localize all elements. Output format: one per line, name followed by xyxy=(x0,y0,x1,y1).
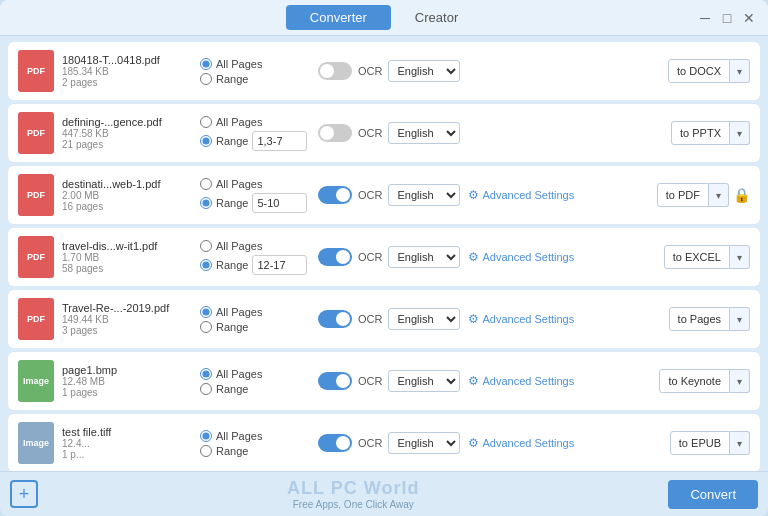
advanced-settings-label: Advanced Settings xyxy=(482,251,574,263)
range-radio[interactable] xyxy=(200,383,212,395)
ocr-toggle[interactable] xyxy=(318,186,352,204)
range-option[interactable]: Range xyxy=(200,445,310,457)
maximize-button[interactable]: □ xyxy=(720,11,734,25)
file-size: 12.48 MB xyxy=(62,376,192,387)
range-option[interactable]: Range xyxy=(200,73,310,85)
ocr-label: OCR xyxy=(358,189,382,201)
language-select[interactable]: English xyxy=(388,246,460,268)
language-select[interactable]: English xyxy=(388,122,460,144)
format-dropdown-arrow[interactable]: ▾ xyxy=(730,121,750,145)
ocr-section: OCREnglish xyxy=(318,184,460,206)
all-pages-radio[interactable] xyxy=(200,116,212,128)
title-bar-controls: ─ □ ✕ xyxy=(698,11,756,25)
add-file-button[interactable]: + xyxy=(10,480,38,508)
ocr-toggle[interactable] xyxy=(318,62,352,80)
page-options: All PagesRange xyxy=(200,58,310,85)
advanced-settings-button[interactable]: ⚙Advanced Settings xyxy=(468,374,574,388)
range-radio[interactable] xyxy=(200,197,212,209)
all-pages-option[interactable]: All Pages xyxy=(200,116,310,128)
file-name: defining-...gence.pdf xyxy=(62,116,192,128)
lock-icon: 🔒 xyxy=(733,187,750,203)
file-name: destinati...web-1.pdf xyxy=(62,178,192,190)
language-select[interactable]: English xyxy=(388,370,460,392)
all-pages-radio[interactable] xyxy=(200,240,212,252)
bottom-bar: + ALL PC World Free Apps, One Click Away… xyxy=(0,471,768,516)
all-pages-option[interactable]: All Pages xyxy=(200,240,310,252)
toggle-knob xyxy=(336,312,350,326)
language-select[interactable]: English xyxy=(388,184,460,206)
minimize-button[interactable]: ─ xyxy=(698,11,712,25)
convert-button[interactable]: Convert xyxy=(668,480,758,509)
file-name: Travel-Re-...-2019.pdf xyxy=(62,302,192,314)
ocr-label: OCR xyxy=(358,313,382,325)
range-option[interactable]: Range xyxy=(200,193,310,213)
all-pages-option[interactable]: All Pages xyxy=(200,430,310,442)
title-bar: Converter Creator ─ □ ✕ xyxy=(0,0,768,36)
range-input[interactable] xyxy=(252,255,307,275)
range-radio[interactable] xyxy=(200,73,212,85)
range-option[interactable]: Range xyxy=(200,255,310,275)
file-type-icon: PDF xyxy=(18,298,54,340)
format-dropdown-arrow[interactable]: ▾ xyxy=(709,183,729,207)
format-label: to DOCX xyxy=(668,59,730,83)
file-type-icon: PDF xyxy=(18,112,54,154)
language-select[interactable]: English xyxy=(388,308,460,330)
all-pages-option[interactable]: All Pages xyxy=(200,306,310,318)
format-container: to PPTX▾ xyxy=(671,121,750,145)
language-select[interactable]: English xyxy=(388,432,460,454)
range-radio[interactable] xyxy=(200,445,212,457)
ocr-toggle[interactable] xyxy=(318,434,352,452)
format-dropdown-arrow[interactable]: ▾ xyxy=(730,369,750,393)
all-pages-radio[interactable] xyxy=(200,368,212,380)
all-pages-option[interactable]: All Pages xyxy=(200,58,310,70)
format-dropdown-arrow[interactable]: ▾ xyxy=(730,307,750,331)
range-input[interactable] xyxy=(252,193,307,213)
all-pages-radio[interactable] xyxy=(200,306,212,318)
all-pages-radio[interactable] xyxy=(200,430,212,442)
format-dropdown-arrow[interactable]: ▾ xyxy=(730,59,750,83)
range-radio[interactable] xyxy=(200,321,212,333)
toggle-knob xyxy=(336,374,350,388)
ocr-toggle[interactable] xyxy=(318,372,352,390)
advanced-settings-button[interactable]: ⚙Advanced Settings xyxy=(468,312,574,326)
file-list: PDF180418-T...0418.pdf185.34 KB2 pagesAl… xyxy=(0,36,768,471)
format-dropdown-arrow[interactable]: ▾ xyxy=(730,245,750,269)
range-option[interactable]: Range xyxy=(200,131,310,151)
file-type-icon: Image xyxy=(18,360,54,402)
ocr-section: OCREnglish xyxy=(318,60,460,82)
file-pages: 58 pages xyxy=(62,263,192,274)
advanced-settings-button[interactable]: ⚙Advanced Settings xyxy=(468,436,574,450)
toggle-knob xyxy=(320,64,334,78)
file-pages: 1 p... xyxy=(62,449,192,460)
ocr-toggle[interactable] xyxy=(318,124,352,142)
range-radio[interactable] xyxy=(200,259,212,271)
language-select[interactable]: English xyxy=(388,60,460,82)
file-name: page1.bmp xyxy=(62,364,192,376)
ocr-section: OCREnglish xyxy=(318,122,460,144)
range-option[interactable]: Range xyxy=(200,383,310,395)
range-input[interactable] xyxy=(252,131,307,151)
all-pages-radio[interactable] xyxy=(200,58,212,70)
all-pages-option[interactable]: All Pages xyxy=(200,178,310,190)
format-dropdown-arrow[interactable]: ▾ xyxy=(730,431,750,455)
page-options: All PagesRange xyxy=(200,430,310,457)
gear-icon: ⚙ xyxy=(468,436,479,450)
tab-converter[interactable]: Converter xyxy=(286,5,391,30)
all-pages-radio[interactable] xyxy=(200,178,212,190)
ocr-label: OCR xyxy=(358,127,382,139)
range-option[interactable]: Range xyxy=(200,321,310,333)
close-button[interactable]: ✕ xyxy=(742,11,756,25)
ocr-toggle[interactable] xyxy=(318,310,352,328)
file-size: 2.00 MB xyxy=(62,190,192,201)
tab-creator[interactable]: Creator xyxy=(391,5,482,30)
file-size: 149.44 KB xyxy=(62,314,192,325)
format-label: to EPUB xyxy=(670,431,730,455)
advanced-settings-label: Advanced Settings xyxy=(482,189,574,201)
ocr-toggle[interactable] xyxy=(318,248,352,266)
format-container: to EPUB▾ xyxy=(670,431,750,455)
range-radio[interactable] xyxy=(200,135,212,147)
advanced-settings-button[interactable]: ⚙Advanced Settings xyxy=(468,250,574,264)
all-pages-option[interactable]: All Pages xyxy=(200,368,310,380)
advanced-settings-button[interactable]: ⚙Advanced Settings xyxy=(468,188,574,202)
ocr-label: OCR xyxy=(358,437,382,449)
